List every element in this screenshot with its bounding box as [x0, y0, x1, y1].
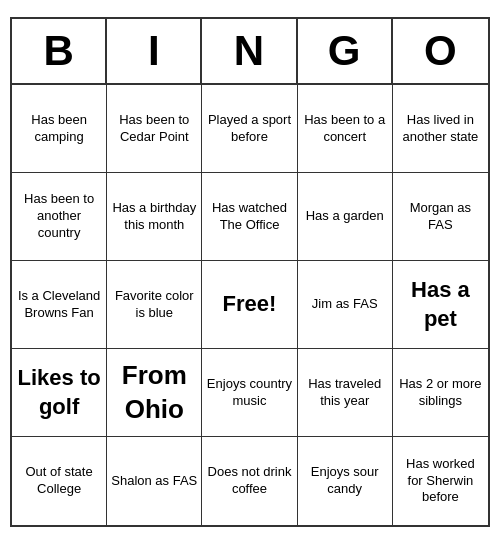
bingo-card: BINGO Has been campingHas been to Cedar … — [10, 17, 490, 527]
bingo-header: BINGO — [12, 19, 488, 85]
bingo-cell-18: Has traveled this year — [298, 349, 393, 437]
bingo-cell-10: Is a Cleveland Browns Fan — [12, 261, 107, 349]
bingo-cell-0: Has been camping — [12, 85, 107, 173]
bingo-cell-6: Has a birthday this month — [107, 173, 202, 261]
bingo-cell-15: Likes to golf — [12, 349, 107, 437]
bingo-cell-1: Has been to Cedar Point — [107, 85, 202, 173]
bingo-letter-i: I — [107, 19, 202, 83]
bingo-cell-4: Has lived in another state — [393, 85, 488, 173]
bingo-cell-20: Out of state College — [12, 437, 107, 525]
bingo-cell-14: Has a pet — [393, 261, 488, 349]
bingo-cell-8: Has a garden — [298, 173, 393, 261]
bingo-cell-9: Morgan as FAS — [393, 173, 488, 261]
bingo-cell-21: Shalon as FAS — [107, 437, 202, 525]
bingo-cell-13: Jim as FAS — [298, 261, 393, 349]
bingo-letter-b: B — [12, 19, 107, 83]
bingo-cell-24: Has worked for Sherwin before — [393, 437, 488, 525]
bingo-cell-22: Does not drink coffee — [202, 437, 297, 525]
bingo-cell-12: Free! — [202, 261, 297, 349]
bingo-letter-n: N — [202, 19, 297, 83]
bingo-cell-3: Has been to a concert — [298, 85, 393, 173]
bingo-grid: Has been campingHas been to Cedar PointP… — [12, 85, 488, 525]
bingo-cell-2: Played a sport before — [202, 85, 297, 173]
bingo-letter-g: G — [298, 19, 393, 83]
bingo-letter-o: O — [393, 19, 488, 83]
bingo-cell-16: From Ohio — [107, 349, 202, 437]
bingo-cell-5: Has been to another country — [12, 173, 107, 261]
bingo-cell-23: Enjoys sour candy — [298, 437, 393, 525]
bingo-cell-11: Favorite color is blue — [107, 261, 202, 349]
bingo-cell-19: Has 2 or more siblings — [393, 349, 488, 437]
bingo-cell-17: Enjoys country music — [202, 349, 297, 437]
bingo-cell-7: Has watched The Office — [202, 173, 297, 261]
